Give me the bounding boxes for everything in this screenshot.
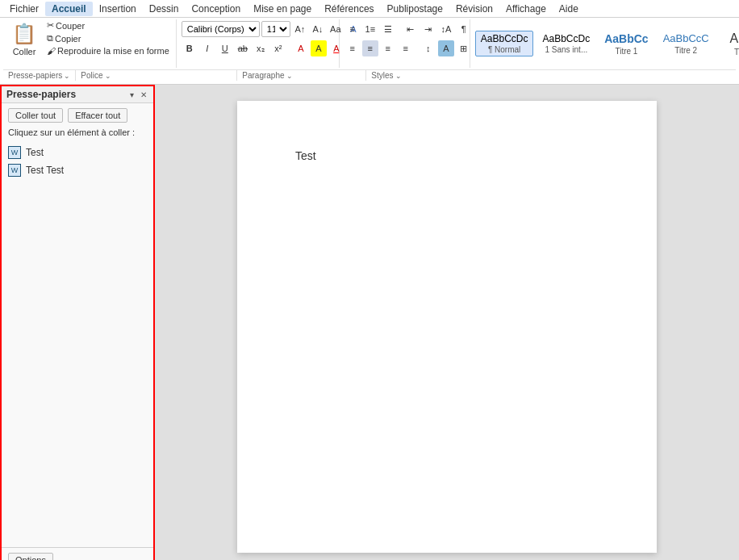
line-spacing-button[interactable]: ↕ <box>420 40 436 56</box>
document-page: Test <box>237 101 657 553</box>
presse-papiers-title: Presse-papiers <box>6 89 76 100</box>
align-right-button[interactable]: ≡ <box>380 40 396 56</box>
paragraph-group-label: Paragraphe ⌄ <box>237 70 366 81</box>
superscript-button[interactable]: x² <box>270 40 286 56</box>
menu-mise-en-page[interactable]: Mise en page <box>247 2 318 16</box>
menu-insertion[interactable]: Insertion <box>93 2 143 16</box>
strikethrough-button[interactable]: ab <box>235 40 251 56</box>
highlight-button[interactable]: A <box>311 40 327 56</box>
shrink-font-button[interactable]: A↓ <box>310 21 326 37</box>
options-button[interactable]: Options <box>8 553 53 560</box>
cut-icon: ✂ <box>47 20 54 31</box>
paragraph-group: ≡ 1≡ ☰ ⇤ ⇥ ↕A ¶ ≡ ≡ ≡ ≡ ↕ A ⊞ <box>341 19 470 68</box>
style-heading1[interactable]: AaBbCc Titre 1 <box>599 29 653 57</box>
align-center-button[interactable]: ≡ <box>362 40 378 56</box>
justify-button[interactable]: ≡ <box>398 40 414 56</box>
presse-papiers-action-buttons: Coller tout Effacer tout <box>2 103 153 126</box>
copy-button[interactable]: ⧉ Copier <box>44 32 173 44</box>
clipboard-group: 📋 Coller ✂ Couper ⧉ Copier 🖌 Reproduire … <box>3 19 177 68</box>
style-heading2[interactable]: AaBbCcC Titre 2 <box>658 30 715 57</box>
style-normal-label: ¶ Normal <box>488 45 520 54</box>
copy-label: Copier <box>55 34 81 44</box>
pp-item-2[interactable]: W Test Test <box>2 161 153 179</box>
style-heading1-preview: AaBbCc <box>604 31 648 46</box>
paste-button[interactable]: 📋 Coller <box>6 19 42 58</box>
document-area[interactable]: Test <box>155 85 739 560</box>
font-size-select[interactable]: 11 <box>261 21 290 37</box>
cut-button[interactable]: ✂ Couper <box>44 19 173 31</box>
format-painter-icon: 🖌 <box>47 46 56 56</box>
menu-accueil[interactable]: Accueil <box>45 2 93 16</box>
menu-affichage[interactable]: Affichage <box>499 2 553 16</box>
borders-button[interactable]: ⊞ <box>456 40 472 56</box>
clipboard-sub-buttons: ✂ Couper ⧉ Copier 🖌 Reproduire la mise e… <box>44 19 173 56</box>
ribbon-labels-row: Presse-papiers ⌄ Police ⌄ Paragraphe ⌄ S… <box>3 69 736 81</box>
clipboard-group-label: Presse-papiers ⌄ <box>3 70 76 81</box>
font-group-label: Police ⌄ <box>76 70 237 81</box>
pp-item-1-icon: W <box>8 146 21 159</box>
presse-papiers-close-icon[interactable]: ✕ <box>139 90 148 99</box>
presse-papiers-panel: Presse-papiers ▾ ✕ Coller tout Effacer t… <box>0 85 155 560</box>
underline-button[interactable]: U <box>217 40 233 56</box>
clipboard-expand-icon[interactable]: ⌄ <box>64 72 70 80</box>
presse-papiers-items: W Test W Test Test <box>2 142 153 547</box>
style-no-spacing-preview: AaBbCcDc <box>542 33 590 46</box>
numbering-button[interactable]: 1≡ <box>362 21 378 37</box>
bullets-button[interactable]: ≡ <box>344 21 361 37</box>
style-normal-preview: AaBbCcDc <box>481 33 528 46</box>
style-title[interactable]: AaB Titre <box>718 28 739 59</box>
cut-label: Couper <box>56 21 85 31</box>
style-normal[interactable]: AaBbCcDc ¶ Normal <box>475 31 534 57</box>
menu-conception[interactable]: Conception <box>185 2 247 16</box>
style-heading2-preview: AaBbCcC <box>663 32 709 46</box>
document-content[interactable]: Test <box>295 149 599 162</box>
menu-fichier[interactable]: Fichier <box>3 2 45 16</box>
paragraph-expand-icon[interactable]: ⌄ <box>286 72 293 80</box>
pp-item-1[interactable]: W Test <box>2 144 153 161</box>
presse-papiers-options: Options <box>2 547 153 560</box>
menu-aide[interactable]: Aide <box>553 2 585 16</box>
font-expand-icon[interactable]: ⌄ <box>105 72 111 80</box>
coller-tout-button[interactable]: Coller tout <box>8 108 63 123</box>
main-area: Presse-papiers ▾ ✕ Coller tout Effacer t… <box>0 85 739 560</box>
presse-papiers-header-icons: ▾ ✕ <box>128 90 148 99</box>
menu-dessin[interactable]: Dessin <box>143 2 186 16</box>
grow-font-button[interactable]: A↑ <box>292 21 308 37</box>
presse-papiers-instruction: Cliquez sur un élément à coller : <box>2 126 153 142</box>
menu-references[interactable]: Références <box>318 2 380 16</box>
presse-papiers-pin-icon[interactable]: ▾ <box>128 90 136 99</box>
sort-button[interactable]: ↕A <box>438 21 454 37</box>
decrease-indent-button[interactable]: ⇤ <box>403 21 419 37</box>
text-color-button[interactable]: A <box>293 40 309 56</box>
style-heading1-label: Titre 1 <box>615 47 637 56</box>
menu-bar: Fichier Accueil Insertion Dessin Concept… <box>0 0 739 18</box>
styles-expand-icon[interactable]: ⌄ <box>395 72 402 80</box>
pp-item-1-text: Test <box>26 147 44 158</box>
font-group: Calibri (Corps) 11 A↑ A↓ Aa A B I U ab x… <box>178 19 340 68</box>
style-heading2-label: Titre 2 <box>674 46 697 55</box>
italic-button[interactable]: I <box>199 40 215 56</box>
menu-publipostage[interactable]: Publipostage <box>381 2 449 16</box>
align-left-button[interactable]: ≡ <box>344 40 361 56</box>
style-title-preview: AaB <box>730 31 739 48</box>
style-no-spacing[interactable]: AaBbCcDc 1 Sans int... <box>537 31 595 57</box>
effacer-tout-button[interactable]: Effacer tout <box>68 108 127 123</box>
pp-item-2-text: Test Test <box>26 165 64 176</box>
shading-button[interactable]: A <box>438 40 454 56</box>
subscript-button[interactable]: x₂ <box>253 40 269 56</box>
ribbon: 📋 Coller ✂ Couper ⧉ Copier 🖌 Reproduire … <box>0 18 739 85</box>
paste-icon: 📋 <box>11 21 37 47</box>
format-painter-button[interactable]: 🖌 Reproduire la mise en forme <box>44 45 173 56</box>
multilevel-button[interactable]: ☰ <box>380 21 396 37</box>
copy-icon: ⧉ <box>47 33 53 44</box>
font-name-select[interactable]: Calibri (Corps) <box>182 21 260 37</box>
presse-papiers-header: Presse-papiers ▾ ✕ <box>2 86 153 103</box>
format-label: Reproduire la mise en forme <box>57 46 169 56</box>
increase-indent-button[interactable]: ⇥ <box>420 21 436 37</box>
style-no-spacing-label: 1 Sans int... <box>545 45 587 54</box>
paste-label: Coller <box>13 47 36 56</box>
bold-button[interactable]: B <box>182 40 198 56</box>
menu-revision[interactable]: Révision <box>449 2 499 16</box>
show-formatting-button[interactable]: ¶ <box>456 21 472 37</box>
pp-item-2-icon: W <box>8 164 21 177</box>
